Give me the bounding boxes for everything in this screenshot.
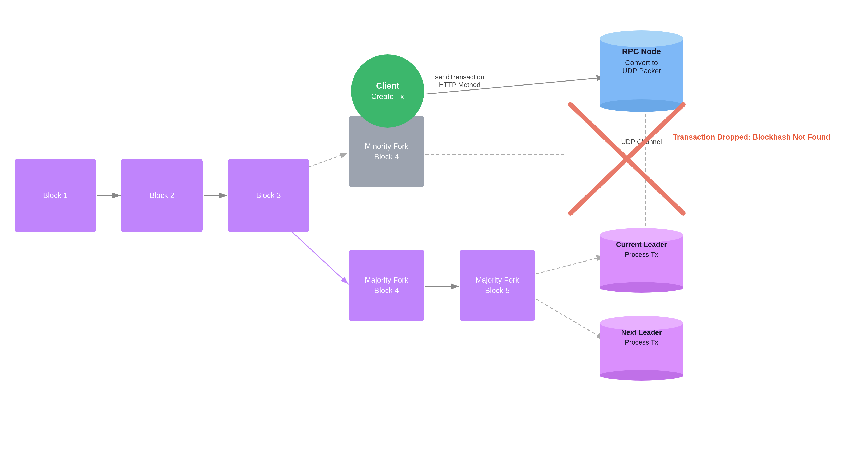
block-3: Block 3 [228,159,309,232]
rpc-node-cylinder: RPC Node Convert to UDP Packet [600,30,683,116]
send-transaction-label: sendTransaction HTTP Method [430,73,489,89]
majority-fork-block-4: Majority Fork Block 4 [349,250,424,321]
block-1: Block 1 [14,159,96,232]
next-leader-cylinder: Next Leader Process Tx [600,316,683,385]
current-leader-cylinder: Current Leader Process Tx [600,228,683,297]
svg-line-9 [536,256,605,274]
majority-fork-block-5: Majority Fork Block 5 [460,250,535,321]
error-label: Transaction Dropped: Blockhash Not Found [673,133,857,142]
udp-channel-label: UDP Channel [619,138,664,146]
svg-line-13 [570,105,683,213]
client-circle: Client Create Tx [351,54,424,127]
svg-line-14 [570,105,683,213]
svg-line-10 [536,299,605,340]
arrows-svg [0,0,868,475]
diagram-container: Block 1 Block 2 Block 3 Minority Fork Bl… [0,0,868,475]
block-2: Block 2 [121,159,203,232]
